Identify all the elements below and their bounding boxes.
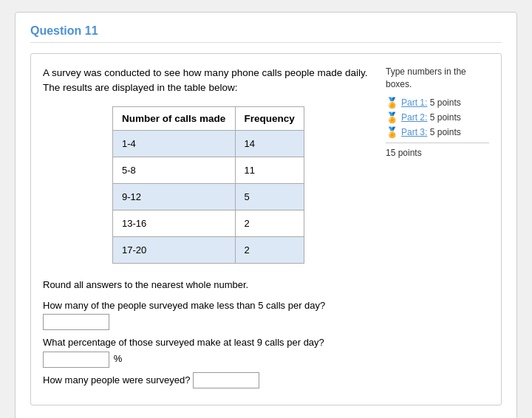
sidebar-instruction: Type numbers in the boxes.: [386, 66, 489, 91]
question-2-input[interactable]: [43, 352, 109, 368]
sidebar-part-link-3[interactable]: Part 3:: [401, 127, 427, 137]
range-cell: 1-4: [113, 130, 236, 157]
sidebar-part-label: Part 1: 5 points: [401, 97, 461, 108]
question-title: Question 11: [30, 24, 502, 43]
sidebar-part-2: 🏅Part 2: 5 points: [386, 112, 489, 123]
medal-icon-1: 🏅: [386, 97, 398, 109]
sidebar-total: 15 points: [386, 143, 489, 158]
sidebar-part-link-1[interactable]: Part 1:: [401, 97, 427, 108]
range-cell: 5-8: [113, 157, 236, 183]
col-header-freq: Frequency: [235, 106, 304, 130]
main-content: A survey was conducted to see how many p…: [43, 66, 374, 393]
frequency-cell: 14: [235, 130, 304, 157]
col-header-calls: Number of calls made: [113, 106, 236, 130]
table-row: 17-202: [113, 236, 304, 263]
question-3-label: How many people were surveyed?: [43, 374, 190, 386]
question-3-line: How many people were surveyed?: [43, 372, 374, 389]
table-row: 5-811: [113, 157, 304, 183]
rounding-note: Round all answers to the nearest whole n…: [43, 277, 374, 293]
frequency-cell: 2: [235, 236, 304, 263]
frequency-table: Number of calls made Frequency 1-4145-81…: [112, 106, 304, 264]
question-1-input[interactable]: [43, 314, 109, 330]
table-row: 13-162: [113, 210, 304, 236]
percent-symbol: %: [114, 353, 123, 364]
range-cell: 9-12: [113, 183, 236, 210]
question-1-label: How many of the people surveyed make les…: [43, 300, 325, 311]
sidebar-part-label: Part 3: 5 points: [401, 127, 461, 137]
question-2-label: What percentage of those surveyed make a…: [43, 337, 324, 348]
content-area: A survey was conducted to see how many p…: [30, 53, 502, 405]
questions-section: Round all answers to the nearest whole n…: [43, 277, 374, 389]
range-cell: 17-20: [113, 236, 236, 263]
table-wrapper: Number of calls made Frequency 1-4145-81…: [43, 106, 374, 264]
question-card: Question 11 A survey was conducted to se…: [15, 12, 517, 418]
medal-icon-3: 🏅: [386, 126, 398, 138]
sidebar-part-1: 🏅Part 1: 5 points: [386, 97, 489, 109]
range-cell: 13-16: [113, 210, 236, 236]
question-2-line: What percentage of those surveyed make a…: [43, 335, 374, 368]
medal-icon-2: 🏅: [386, 112, 398, 123]
frequency-cell: 5: [235, 183, 304, 210]
table-row: 9-125: [113, 183, 304, 210]
frequency-cell: 11: [235, 157, 304, 183]
sidebar-part-link-2[interactable]: Part 2:: [401, 112, 427, 123]
frequency-cell: 2: [235, 210, 304, 236]
problem-description: A survey was conducted to see how many p…: [43, 66, 374, 96]
sidebar-part-label: Part 2: 5 points: [401, 112, 461, 123]
question-1-line: How many of the people surveyed make les…: [43, 298, 374, 331]
sidebar: Type numbers in the boxes. 🏅Part 1: 5 po…: [386, 66, 489, 393]
question-3-input[interactable]: [193, 372, 259, 388]
table-row: 1-414: [113, 130, 304, 157]
sidebar-part-3: 🏅Part 3: 5 points: [386, 126, 489, 138]
